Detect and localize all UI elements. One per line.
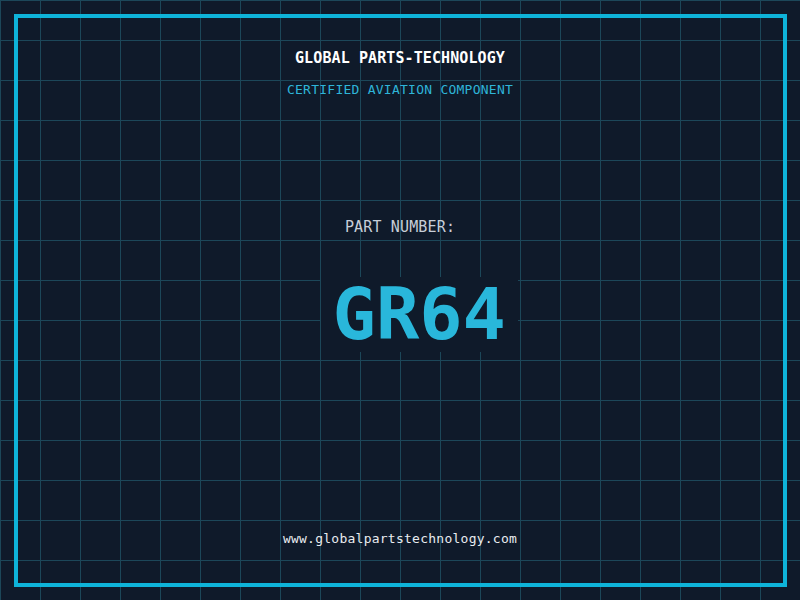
website-url: www.globalpartstechnology.com xyxy=(0,532,800,545)
label-canvas: GLOBAL PARTS-TECHNOLOGY CERTIFIED AVIATI… xyxy=(0,0,800,600)
part-number-label: PART NUMBER: xyxy=(0,220,800,234)
part-number-value: GR64 xyxy=(321,277,518,352)
brand-title: GLOBAL PARTS-TECHNOLOGY xyxy=(0,51,800,65)
part-number-container: GR64 xyxy=(0,258,800,371)
certification-subtitle: CERTIFIED AVIATION COMPONENT xyxy=(0,83,800,96)
